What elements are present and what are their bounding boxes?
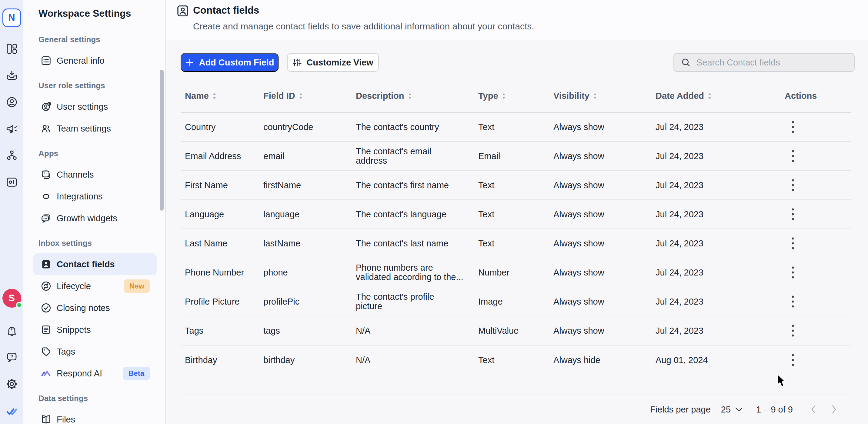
lifecycle-icon — [40, 280, 52, 292]
dashboard-nav-button[interactable] — [4, 41, 19, 56]
contact-fields-table: Name Field ID Description — [181, 89, 851, 374]
svg-text:?: ? — [10, 354, 13, 359]
tags-icon — [40, 346, 52, 357]
search-icon — [681, 57, 691, 68]
cell-field-id: email — [264, 152, 356, 161]
reports-icon — [6, 176, 18, 188]
page-header: Contact fields Create and manage contact… — [166, 0, 868, 40]
chevron-right-icon — [831, 404, 837, 414]
inbox-nav-button[interactable] — [4, 68, 19, 83]
sidebar-item-label: Files — [57, 415, 75, 424]
previous-page-button[interactable] — [807, 403, 819, 416]
pagination-bar: Fields per page 25 1 – 9 of 9 — [181, 395, 851, 424]
workspace-avatar[interactable]: N — [2, 8, 21, 27]
add-custom-field-button[interactable]: Add Custom Field — [181, 53, 279, 72]
column-header-field-id[interactable]: Field ID — [264, 89, 356, 101]
cell-type: Text — [478, 181, 553, 190]
cell-date-added: Jul 24, 2023 — [655, 239, 781, 248]
sidebar-item-contact-fields[interactable]: Contact fields — [33, 253, 157, 275]
table-row: Profile Picture profilePic The contact's… — [181, 287, 851, 316]
broadcast-nav-button[interactable] — [4, 122, 19, 136]
sidebar-item-tags[interactable]: Tags — [33, 341, 157, 362]
column-header-type[interactable]: Type — [478, 89, 553, 101]
customize-view-button[interactable]: Customize View — [287, 53, 379, 72]
sidebar-item-respond-ai[interactable]: Respond AI Beta — [33, 362, 157, 384]
workflows-icon — [6, 149, 18, 161]
contact-fields-icon — [40, 259, 52, 270]
search-input[interactable] — [696, 58, 848, 68]
sidebar-item-team-settings[interactable]: Team settings — [33, 118, 157, 140]
sidebar-item-lifecycle[interactable]: Lifecycle New — [33, 275, 157, 297]
sidebar-item-label: Respond AI — [57, 368, 102, 378]
sidebar-item-user-settings[interactable]: User settings — [33, 96, 157, 118]
contacts-nav-button[interactable] — [4, 95, 19, 110]
section-label: General settings — [33, 35, 165, 44]
cell-type: Email — [478, 152, 553, 161]
column-header-date-added[interactable]: Date Added — [655, 89, 781, 101]
snippets-icon — [40, 324, 52, 335]
cell-description: The contact's last name — [356, 239, 478, 248]
cell-description: N/A — [356, 356, 478, 365]
sidebar-scrollbar[interactable] — [160, 70, 164, 211]
help-button[interactable]: ? — [4, 350, 19, 365]
row-actions-button[interactable] — [786, 176, 800, 194]
section-data-settings: Data settings Files — [33, 394, 165, 424]
sidebar-item-channels[interactable]: Channels — [33, 164, 157, 185]
cell-type: Text — [478, 122, 553, 132]
row-actions-button[interactable] — [786, 293, 800, 311]
sidebar-item-snippets[interactable]: Snippets — [33, 319, 157, 341]
cell-type: Number — [478, 268, 553, 277]
per-page-select[interactable]: 25 — [721, 404, 743, 415]
cell-field-id: profilePic — [264, 297, 356, 306]
inbox-icon — [6, 69, 18, 82]
reports-nav-button[interactable] — [4, 175, 19, 189]
sidebar-item-label: Growth widgets — [57, 213, 117, 223]
sort-icon[interactable] — [298, 92, 303, 100]
sort-icon[interactable] — [212, 92, 217, 100]
column-header-visibility[interactable]: Visibility — [553, 89, 655, 101]
sort-icon[interactable] — [501, 92, 506, 100]
sidebar-item-general-info[interactable]: General info — [33, 50, 157, 71]
settings-button[interactable] — [4, 377, 19, 391]
row-actions-button[interactable] — [786, 322, 800, 340]
cell-date-added: Jul 24, 2023 — [655, 122, 781, 132]
sidebar-item-integrations[interactable]: Integrations — [33, 185, 157, 207]
sort-icon[interactable] — [592, 92, 598, 100]
sidebar-item-label: General info — [57, 56, 104, 66]
respond-logo-button[interactable] — [4, 403, 19, 418]
user-avatar[interactable]: S — [2, 289, 21, 308]
closing-notes-icon — [40, 302, 52, 314]
sidebar-item-label: Closing notes — [57, 303, 110, 313]
toolbar: Add Custom Field Customize View — [181, 53, 855, 72]
sidebar-item-label: Contact fields — [57, 260, 115, 269]
sort-icon[interactable] — [707, 92, 712, 100]
cell-field-id: lastName — [264, 239, 356, 248]
sidebar-item-label: Snippets — [57, 325, 91, 335]
column-header-name[interactable]: Name — [181, 89, 264, 101]
workflows-nav-button[interactable] — [4, 148, 19, 163]
row-actions-button[interactable] — [786, 263, 800, 281]
cell-field-id: tags — [264, 326, 356, 335]
row-actions-button[interactable] — [786, 147, 800, 165]
sidebar-item-closing-notes[interactable]: Closing notes — [33, 297, 157, 319]
row-actions-button[interactable] — [786, 205, 800, 223]
sort-icon[interactable] — [407, 92, 412, 100]
cell-visibility: Always hide — [553, 356, 655, 365]
pagination-range: 1 – 9 of 9 — [756, 404, 793, 415]
workspace-settings-page: N — [0, 0, 868, 424]
row-actions-button[interactable] — [786, 351, 800, 369]
notifications-button[interactable] — [4, 323, 19, 338]
user-settings-icon — [40, 101, 52, 113]
sidebar-item-growth-widgets[interactable]: Growth widgets — [33, 207, 157, 229]
sidebar-item-files[interactable]: Files — [33, 408, 157, 424]
main-content: Contact fields Create and manage contact… — [166, 0, 868, 424]
cell-name: Profile Picture — [181, 297, 264, 306]
row-actions-button[interactable] — [786, 234, 800, 252]
search-box[interactable] — [674, 53, 855, 72]
row-actions-button[interactable] — [786, 118, 800, 136]
next-page-button[interactable] — [828, 403, 840, 416]
online-status-dot — [16, 302, 23, 308]
column-header-description[interactable]: Description — [356, 89, 478, 101]
contact-fields-page-icon — [176, 4, 190, 20]
sidebar-item-label: Channels — [57, 170, 94, 180]
